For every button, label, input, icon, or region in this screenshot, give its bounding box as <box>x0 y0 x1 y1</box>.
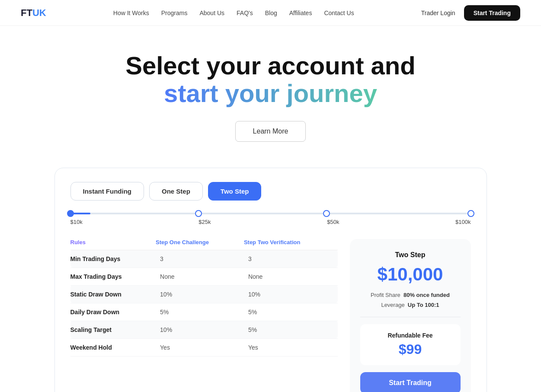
table-row: Weekend Hold Yes Yes <box>70 338 338 356</box>
table-row: Scaling Target 10% 5% <box>70 321 338 338</box>
row-val-daily-step2: 5% <box>244 303 338 321</box>
fee-label: Refundable Fee <box>368 332 453 339</box>
row-label-min-trading: Min Trading Days <box>70 250 156 268</box>
slider-dot-50k[interactable] <box>323 210 330 217</box>
slider-label-50k: $50k <box>327 219 339 225</box>
table-row: Max Trading Days None None <box>70 268 338 285</box>
panel-profit-info: Profit Share 80% once funded Leverage Up… <box>360 290 461 310</box>
row-label-weekend: Weekend Hold <box>70 338 156 356</box>
row-label-max-trading: Max Trading Days <box>70 268 156 285</box>
tab-group: Instant Funding One Step Two Step <box>70 182 471 201</box>
account-size-slider[interactable] <box>70 213 471 214</box>
nav-contact-us[interactable]: Contact Us <box>324 10 354 16</box>
tab-two-step[interactable]: Two Step <box>208 182 262 201</box>
row-val-max-step2: None <box>244 268 338 285</box>
row-val-static-step1: 10% <box>156 285 244 303</box>
row-val-scaling-step2: 5% <box>244 321 338 338</box>
table-row: Static Draw Down 10% 10% <box>70 285 338 303</box>
row-val-static-step2: 10% <box>244 285 338 303</box>
content-area: Rules Step One Challenge Step Two Verifi… <box>70 239 471 392</box>
trader-login-link[interactable]: Trader Login <box>421 10 455 16</box>
hero-section: Select your account and start your journ… <box>0 26 541 155</box>
nav-programs[interactable]: Programs <box>161 10 188 16</box>
table-row: Daily Draw Down 5% 5% <box>70 303 338 321</box>
row-label-daily-dd: Daily Draw Down <box>70 303 156 321</box>
nav-blog[interactable]: Blog <box>265 10 277 16</box>
fee-section: Refundable Fee $99 <box>360 324 461 365</box>
navbar: FTUK How It Works Programs About Us FAQ'… <box>0 0 541 26</box>
rules-table: Rules Step One Challenge Step Two Verifi… <box>70 239 338 357</box>
nav-about-us[interactable]: About Us <box>199 10 224 16</box>
slider-labels: $10k $25k $50k $100k <box>70 219 471 225</box>
start-trading-panel-button[interactable]: Start Trading <box>360 372 461 392</box>
main-card: Instant Funding One Step Two Step $10k $… <box>54 168 487 392</box>
nav-links: How It Works Programs About Us FAQ's Blo… <box>113 10 354 16</box>
rules-table-section: Rules Step One Challenge Step Two Verifi… <box>70 239 338 392</box>
pricing-panel: Two Step $10,000 Profit Share 80% once f… <box>350 239 471 392</box>
row-val-min-step1: 3 <box>156 250 244 268</box>
row-label-scaling: Scaling Target <box>70 321 156 338</box>
row-val-daily-step1: 5% <box>156 303 244 321</box>
row-label-static-dd: Static Draw Down <box>70 285 156 303</box>
slider-label-25k: $25k <box>198 219 211 225</box>
col-header-step2: Step Two Verification <box>244 239 338 250</box>
col-header-rules: Rules <box>70 239 156 250</box>
row-val-max-step1: None <box>156 268 244 285</box>
table-row: Min Trading Days 3 3 <box>70 250 338 268</box>
nav-affiliates[interactable]: Affiliates <box>289 10 312 16</box>
slider-dot-10k[interactable] <box>67 210 74 217</box>
nav-logo: FTUK <box>21 7 46 19</box>
nav-faqs[interactable]: FAQ's <box>237 10 253 16</box>
hero-heading: Select your account and start your journ… <box>9 52 532 107</box>
slider-label-100k: $100k <box>455 219 471 225</box>
row-val-weekend-step2: Yes <box>244 338 338 356</box>
nav-right: Trader Login Start Trading <box>421 5 520 21</box>
row-val-scaling-step1: 10% <box>156 321 244 338</box>
row-val-min-step2: 3 <box>244 250 338 268</box>
slider-dot-100k[interactable] <box>467 210 474 217</box>
tab-instant-funding[interactable]: Instant Funding <box>70 182 144 201</box>
learn-more-button[interactable]: Learn More <box>235 121 306 142</box>
slider-label-10k: $10k <box>70 219 83 225</box>
nav-how-it-works[interactable]: How It Works <box>113 10 149 16</box>
start-trading-nav-button[interactable]: Start Trading <box>464 5 520 21</box>
slider-dot-25k[interactable] <box>195 210 202 217</box>
row-val-weekend-step1: Yes <box>156 338 244 356</box>
fee-price: $99 <box>368 341 453 357</box>
tab-one-step[interactable]: One Step <box>149 182 203 201</box>
panel-price: $10,000 <box>360 264 461 285</box>
col-header-step1: Step One Challenge <box>156 239 244 250</box>
panel-title: Two Step <box>360 251 461 259</box>
